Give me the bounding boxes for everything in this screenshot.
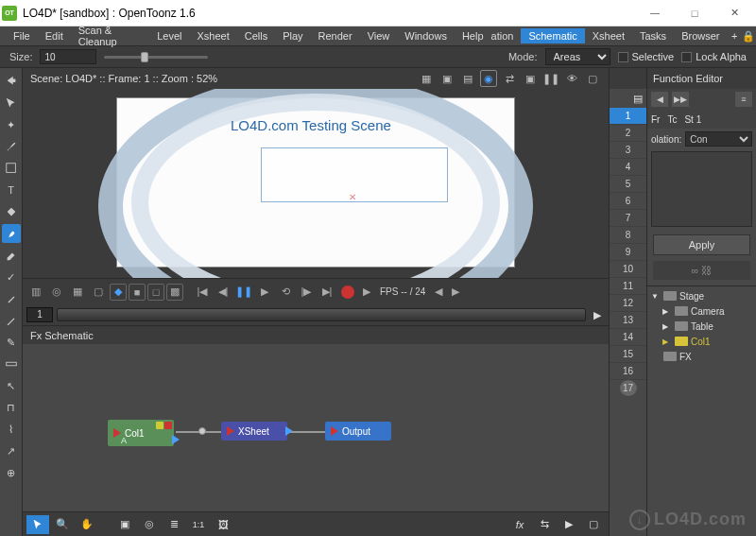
frame-row-6[interactable]: 6 [610,193,646,210]
menu-edit[interactable]: Edit [38,28,71,43]
tool-stylepicker[interactable] [2,289,21,308]
loop-button[interactable]: ⟲ [276,283,295,302]
room-tab-tasks[interactable]: Tasks [632,28,674,43]
room-tab-schematic[interactable]: Schematic [521,28,584,43]
frame-row-7[interactable]: 7 [610,210,646,227]
window-maximize-button[interactable] [675,0,714,26]
frame-row-1[interactable]: 1 [610,108,646,125]
frame-row-2[interactable]: 2 [610,125,646,142]
tab-fr[interactable]: Fr [651,114,660,125]
tool-selection[interactable] [2,94,21,112]
frame-row-5[interactable]: 5 [610,176,646,193]
playrange-arrow-icon[interactable]: ▶ [359,283,374,302]
frame-row-11[interactable]: 11 [610,278,646,295]
fps-up-button[interactable]: ▶ [448,283,463,302]
schematic-output-button[interactable]: ▢ [582,515,605,534]
new-room-button[interactable]: + [727,30,741,42]
frame-row-14[interactable]: 14 [610,329,646,346]
tool-eraser[interactable] [2,246,21,265]
fps-down-button[interactable]: ◀ [431,283,446,302]
tool-type[interactable]: T [2,181,21,199]
node-col1[interactable]: Col1 A [108,420,174,446]
room-tab-xsheet[interactable]: Xsheet [585,28,632,43]
tree-col1[interactable]: ▶Col1 [649,334,754,349]
schematic-zoom-tool[interactable]: 🔍 [51,515,74,534]
node-xsheet[interactable]: XSheet [221,422,287,441]
cameraview-icon[interactable]: ▣ [522,70,539,87]
schematic-image-button[interactable]: 🖼 [212,515,234,534]
define-subcamera-icon[interactable]: ▢ [89,283,108,302]
next-frame-button[interactable]: |▶ [297,283,316,302]
histogram-icon[interactable]: ▥ [26,283,45,302]
tree-fx[interactable]: FX [649,349,754,364]
lockalpha-checkbox[interactable]: Lock Alpha [681,51,747,62]
tree-stage[interactable]: ▼Stage [649,288,754,303]
tool-magnet[interactable]: ⊓ [2,398,21,417]
tool-fill[interactable] [2,202,21,221]
next-keyframe-button[interactable]: ▶▶ [672,92,689,107]
schematic-swap-button[interactable]: ⇆ [533,515,556,534]
frame-row-10[interactable]: 10 [610,261,646,278]
size-slider[interactable] [104,49,208,64]
prev-keyframe-button[interactable]: ◀ [651,92,668,107]
tool-paintbrush[interactable] [2,137,21,156]
menu-scan-cleanup[interactable]: Scan & Cleanup [71,23,149,49]
room-tab-ation[interactable]: ation [484,28,522,43]
menu-play[interactable]: Play [275,28,310,43]
schematic-focus-button[interactable]: ◎ [138,515,161,534]
tool-skeleton[interactable]: ↗ [2,441,21,460]
menu-level[interactable]: Level [149,28,189,43]
frame-row-12[interactable]: 12 [610,295,646,312]
lock-rooms-button[interactable]: 🔒 [742,30,756,43]
menu-file[interactable]: File [6,28,38,43]
tab-st1[interactable]: St 1 [684,114,701,125]
frame-row-4[interactable]: 4 [610,159,646,176]
tool-pinch[interactable]: ↖ [2,376,21,395]
window-minimize-button[interactable] [635,0,675,26]
schematic-canvas[interactable]: Col1 A XSheet Output [23,344,609,511]
node-output[interactable]: Output [325,422,391,441]
tab-tc[interactable]: Tc [667,114,677,125]
tool-rgbpicker[interactable] [2,311,21,330]
subcamera-icon[interactable]: ▢ [584,70,601,87]
frame-row-8[interactable]: 8 [610,227,646,244]
schematic-hand-tool[interactable]: ✋ [76,515,98,534]
tree-camera[interactable]: ▶Camera [649,303,754,319]
tool-geometry[interactable] [2,159,21,178]
link-channels-button[interactable]: ∞ ⛓ [653,261,750,280]
tool-bender[interactable]: ⌇ [2,420,21,439]
onion-skin-toggle[interactable]: ▤ [610,89,646,108]
window-close-button[interactable] [714,0,754,26]
safearea-icon[interactable]: ▦ [418,70,435,87]
menu-windows[interactable]: Windows [397,28,455,43]
menu-view[interactable]: View [360,28,398,43]
tool-controlpoint[interactable]: ✎ [2,333,21,352]
frame-row-3[interactable]: 3 [610,142,646,159]
interpolation-select[interactable]: Con [685,131,752,147]
function-curve-area[interactable] [651,151,752,227]
schematic-fit-button[interactable]: ▣ [113,515,136,534]
whitebg-icon[interactable]: □ [147,284,164,301]
menu-xsheet[interactable]: Xsheet [189,28,236,43]
tool-brush[interactable]: ✦ [2,115,21,134]
tool-paintbucket[interactable] [2,224,21,243]
schematic-reorder-button[interactable]: ≣ [163,515,185,534]
first-frame-button[interactable]: |◀ [193,283,212,302]
play-button[interactable]: ▶ [255,283,274,302]
frame-row-17[interactable]: 17 [620,380,637,397]
tool-edit[interactable] [2,72,21,91]
preview-icon[interactable]: 👁 [563,70,580,87]
frame-row-13[interactable]: 13 [610,312,646,329]
record-button[interactable] [338,283,357,302]
prev-frame-button[interactable]: ◀| [214,283,232,302]
schematic-pointer-tool[interactable] [26,515,49,534]
selective-checkbox[interactable]: Selective [618,51,675,62]
grid-icon[interactable]: ▤ [459,70,476,87]
schematic-fx-button[interactable]: fx [508,515,531,534]
schematic-menu-button[interactable]: ▶ [558,515,580,534]
room-tab-browser[interactable]: Browser [674,28,727,43]
bg-icon[interactable]: ◆ [110,284,127,301]
tool-ruler[interactable] [2,354,21,373]
tree-table[interactable]: ▶Table [649,319,754,334]
fieldguide-icon[interactable]: ▣ [438,70,455,87]
